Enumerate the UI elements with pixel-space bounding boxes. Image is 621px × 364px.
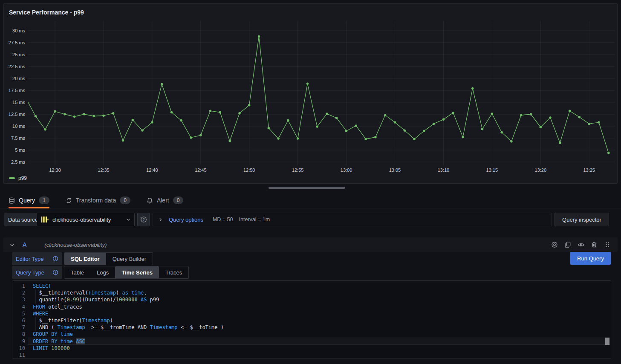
svg-text:5 ms: 5 ms — [15, 147, 25, 153]
database-icon — [9, 197, 15, 204]
query-type-table[interactable]: Table — [64, 266, 90, 278]
svg-text:13:20: 13:20 — [534, 168, 546, 173]
query-ref-id[interactable]: A — [23, 241, 26, 248]
svg-text:13:05: 13:05 — [389, 168, 401, 173]
svg-text:12:45: 12:45 — [195, 168, 207, 173]
datasource-name: clickhouse-observability — [52, 217, 111, 223]
query-options-bar[interactable]: Query options MD = 50 Interval = 1m — [153, 213, 552, 226]
sql-code: SELECT $__timeInterval(Timestamp) as tim… — [33, 283, 224, 358]
tab-alert[interactable]: Alert 0 — [147, 193, 183, 208]
record-icon[interactable] — [550, 240, 559, 249]
svg-text:12:40: 12:40 — [146, 168, 158, 173]
tab-alert-label: Alert — [157, 197, 169, 204]
svg-text:2.5 ms: 2.5 ms — [11, 159, 26, 165]
latency-chart: 2.5 ms5 ms7.5 ms10 ms12.5 ms15 ms17.5 ms… — [4, 19, 615, 176]
editor-type-sql-editor[interactable]: SQL Editor — [64, 253, 106, 265]
editor-type-chip: Editor Type — [12, 252, 62, 265]
query-datasource-hint: (clickhouse-observability) — [44, 242, 107, 248]
editor-type-switcher: SQL Editor Query Builder — [64, 252, 153, 265]
max-data-points-value: MD = 50 — [213, 217, 233, 222]
legend-label: p99 — [18, 175, 27, 181]
tab-alert-count: 0 — [173, 196, 184, 204]
run-query-label: Run Query — [577, 255, 604, 262]
editor-type-query-builder[interactable]: Query Builder — [106, 253, 153, 265]
process-icon — [66, 197, 72, 204]
query-type-time-series[interactable]: Time Series — [115, 266, 159, 278]
run-query-button[interactable]: Run Query — [570, 252, 611, 265]
tab-transform-count: 0 — [120, 196, 130, 204]
svg-text:12.5 ms: 12.5 ms — [9, 112, 26, 117]
editor-tabbar: Query 1 Transform data 0 Alert 0 — [0, 193, 621, 208]
svg-text:12:55: 12:55 — [292, 168, 304, 173]
question-circle-icon: ? — [140, 216, 147, 223]
legend-swatch — [9, 177, 15, 179]
sql-code-editor[interactable]: 1234567891011 SELECT $__timeInterval(Tim… — [12, 280, 611, 358]
svg-text:10 ms: 10 ms — [12, 124, 25, 129]
drag-handle-icon[interactable] — [603, 240, 612, 249]
svg-text:30 ms: 30 ms — [12, 28, 25, 33]
svg-text:13:25: 13:25 — [583, 168, 595, 173]
editor-cursor-marker — [605, 338, 609, 345]
tab-query[interactable]: Query 1 — [9, 193, 49, 208]
tab-transform-label: Transform data — [76, 197, 116, 204]
datasource-help-button[interactable]: ? — [137, 213, 150, 226]
svg-text:7.5 ms: 7.5 ms — [11, 136, 26, 141]
svg-text:17.5 ms: 17.5 ms — [9, 88, 26, 93]
panel-title[interactable]: Service Performance - p99 — [9, 9, 84, 16]
info-circle-icon[interactable] — [52, 256, 58, 262]
query-actions — [550, 240, 612, 249]
chevron-right-icon — [158, 217, 163, 222]
svg-text:?: ? — [142, 217, 144, 222]
tab-query-count: 1 — [39, 196, 49, 204]
editor-type-label: Editor Type — [16, 256, 44, 262]
query-row-header: A (clickhouse-observability) — [3, 237, 618, 252]
active-tab-underline — [9, 207, 49, 208]
line-number-gutter: 1234567891011 — [12, 283, 25, 358]
svg-text:13:15: 13:15 — [486, 168, 498, 173]
panel-resize-handle[interactable] — [269, 187, 345, 189]
query-type-chip: Query Type — [12, 266, 62, 279]
trash-icon[interactable] — [590, 240, 598, 249]
clickhouse-logo-icon — [40, 215, 49, 224]
legend-item-p99[interactable]: p99 — [9, 175, 27, 181]
datasource-label: Data source — [4, 213, 42, 226]
svg-text:15 ms: 15 ms — [12, 100, 25, 105]
svg-text:22.5 ms: 22.5 ms — [9, 64, 26, 69]
query-type-label: Query Type — [16, 269, 44, 276]
svg-text:12:30: 12:30 — [49, 168, 61, 173]
query-type-switcher: Table Logs Time Series Traces — [64, 266, 189, 279]
query-type-traces[interactable]: Traces — [159, 266, 188, 278]
interval-value: Interval = 1m — [239, 217, 270, 222]
svg-text:27.5 ms: 27.5 ms — [9, 40, 26, 45]
svg-text:13:10: 13:10 — [438, 168, 450, 173]
query-inspector-button[interactable]: Query inspector — [555, 213, 609, 226]
eye-icon[interactable] — [577, 240, 585, 249]
svg-text:12:50: 12:50 — [243, 168, 255, 173]
svg-text:25 ms: 25 ms — [12, 52, 25, 57]
svg-text:20 ms: 20 ms — [12, 76, 25, 81]
tab-query-label: Query — [19, 197, 35, 204]
query-options-label: Query options — [169, 217, 203, 223]
timeseries-panel: Service Performance - p99 2.5 ms5 ms7.5 … — [3, 3, 618, 184]
collapse-chevron-icon[interactable] — [9, 242, 15, 248]
chevron-down-icon — [126, 217, 131, 222]
query-type-logs[interactable]: Logs — [90, 266, 115, 278]
tab-transform-data[interactable]: Transform data 0 — [66, 193, 130, 208]
svg-text:13:00: 13:00 — [341, 168, 352, 173]
copy-query-icon[interactable] — [563, 240, 572, 249]
info-circle-icon[interactable] — [52, 269, 58, 275]
svg-text:12:35: 12:35 — [98, 168, 110, 173]
bell-icon — [147, 197, 153, 204]
datasource-picker[interactable]: clickhouse-observability — [37, 213, 135, 226]
query-inspector-label: Query inspector — [562, 217, 601, 223]
